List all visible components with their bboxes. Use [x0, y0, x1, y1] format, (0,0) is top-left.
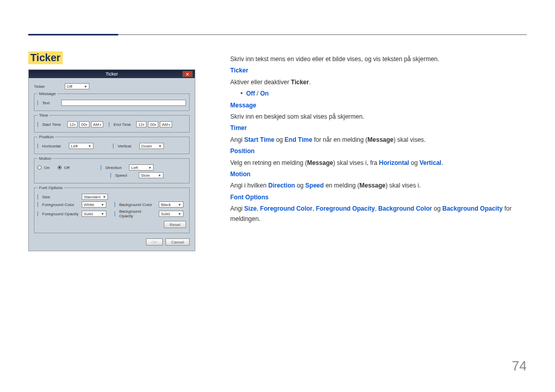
motion-group: Motion On Off ▏Direction Left▼ ▏Speed Sl…	[34, 156, 190, 183]
font-legend: Font Options	[38, 185, 64, 190]
bg-opacity-label: Background Opacity	[119, 209, 156, 218]
reset-button[interactable]: Reset	[164, 221, 186, 228]
header-rule-thin	[118, 34, 527, 35]
message-heading: Message	[230, 102, 256, 109]
motion-legend: Motion	[38, 156, 53, 161]
ticker-row: Ticker Off▼	[34, 83, 190, 89]
bullet-icon: ▏	[38, 202, 41, 207]
intro-text: Skriv inn tekst mens en video eller et b…	[230, 54, 527, 64]
font-desc: Angi Size, Foreground Color, Foreground …	[230, 203, 527, 225]
ticker-label: Ticker	[34, 84, 65, 89]
message-desc: Skriv inn en beskjed som skal vises på s…	[230, 111, 527, 122]
time-group: Time ▏Start Time 12▾ 00▾ AM▾ ▏End Time 1…	[34, 113, 190, 133]
end-ampm-spinner[interactable]: AM▾	[160, 121, 172, 127]
bullet-icon: ▏	[38, 212, 41, 216]
size-dropdown[interactable]: Standard▼	[82, 194, 108, 200]
bullet-icon: ▏	[115, 202, 118, 207]
timer-desc: Angi Start Time og End Time for når en m…	[230, 135, 527, 145]
end-time-label: End Time	[114, 122, 131, 127]
bullet-icon: ▏	[110, 173, 114, 178]
off-label: Off	[64, 165, 70, 170]
text-label: Text	[42, 101, 50, 105]
motion-desc: Angi i hvilken Direction og Speed en mel…	[230, 180, 527, 191]
chevron-down-icon: ▼	[84, 85, 87, 88]
vertical-label: Vertical	[118, 144, 131, 148]
doc-text: Skriv inn tekst mens en video eller et b…	[230, 54, 527, 226]
position-heading: Position	[230, 147, 254, 155]
message-legend: Message	[38, 91, 57, 96]
start-ampm-spinner[interactable]: AM▾	[91, 121, 103, 127]
motion-heading: Motion	[230, 171, 250, 178]
size-label: Size	[42, 195, 50, 199]
off-radio[interactable]	[58, 165, 62, 170]
speed-label: Speed	[115, 173, 127, 178]
start-min-spinner[interactable]: 00▾	[79, 121, 89, 127]
bullet-icon: ▏	[38, 122, 41, 127]
ticker-dialog: Ticker ✕ Ticker Off▼ Message ▏Text Time …	[28, 69, 195, 251]
message-group: Message ▏Text	[34, 91, 190, 111]
direction-label: Direction	[105, 165, 122, 170]
fg-opacity-dropdown[interactable]: Solid▼	[82, 211, 106, 217]
time-legend: Time	[38, 113, 49, 118]
bullet-icon: ▏	[38, 144, 41, 148]
on-label: On	[44, 165, 50, 170]
text-input[interactable]	[61, 100, 186, 106]
bullet-icon: ▏	[38, 101, 41, 105]
horizontal-label: Horizontal	[42, 144, 61, 148]
bullet-icon: ▏	[113, 144, 116, 148]
close-icon[interactable]: ✕	[182, 71, 193, 77]
header-rule-thick	[28, 34, 118, 35]
bullet-icon: ▏	[109, 122, 112, 127]
bullet-icon: ▏	[115, 212, 118, 216]
start-time-label: Start Time	[42, 122, 61, 127]
speed-dropdown[interactable]: Slow▼	[139, 172, 163, 178]
font-options-heading: Font Options	[230, 194, 269, 201]
bg-color-label: Background Color	[119, 202, 152, 207]
bg-color-dropdown[interactable]: Black▼	[159, 201, 183, 208]
end-hour-spinner[interactable]: 12▾	[136, 121, 146, 127]
start-hour-spinner[interactable]: 12▾	[67, 121, 78, 127]
page-number: 74	[512, 358, 527, 374]
bullet-icon: ▏	[101, 165, 104, 170]
position-group: Position ▏Horizontal Left▼ ▏Vertical Dow…	[34, 135, 190, 154]
ok-button[interactable]: OK	[146, 238, 163, 246]
font-options-group: Font Options ▏Size Standard▼ ▏Foreground…	[34, 185, 190, 233]
end-min-spinner[interactable]: 00▾	[148, 121, 158, 127]
dialog-body: Ticker Off▼ Message ▏Text Time ▏Start Ti…	[29, 78, 195, 251]
position-desc: Velg en retning en melding (Message) ska…	[230, 158, 527, 168]
dialog-title: Ticker	[105, 71, 118, 77]
position-legend: Position	[38, 135, 55, 139]
bullet-icon: ▏	[38, 195, 41, 199]
ticker-dropdown[interactable]: Off▼	[65, 83, 89, 89]
vertical-dropdown[interactable]: Down▼	[139, 143, 164, 149]
horizontal-dropdown[interactable]: Left▼	[69, 143, 94, 149]
cancel-button[interactable]: Cancel	[165, 238, 190, 246]
ticker-desc: Aktiver eller deaktiver Ticker.	[230, 77, 527, 87]
fg-color-label: Foreground Color	[42, 202, 75, 207]
timer-heading: Timer	[230, 124, 247, 132]
off-on-bullet: • Off / On	[230, 88, 527, 99]
page-title: Ticker	[28, 51, 63, 64]
fg-color-dropdown[interactable]: White▼	[82, 201, 106, 208]
bg-opacity-dropdown[interactable]: Solid▼	[159, 211, 183, 217]
on-radio[interactable]	[38, 165, 42, 170]
direction-dropdown[interactable]: Left▼	[129, 164, 154, 171]
ticker-heading: Ticker	[230, 67, 248, 74]
dialog-footer: OK Cancel	[34, 235, 190, 246]
fg-opacity-label: Foreground Opacity	[42, 212, 79, 216]
dialog-titlebar: Ticker ✕	[29, 70, 195, 78]
